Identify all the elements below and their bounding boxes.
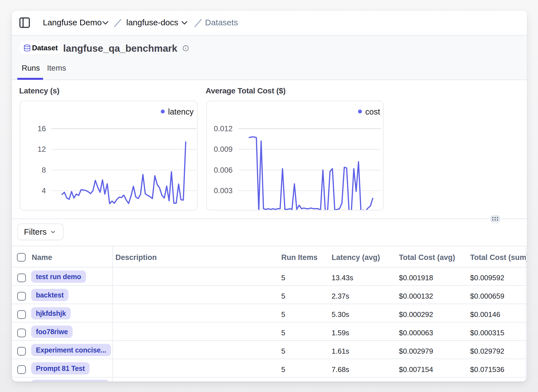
svg-text:cost: cost — [365, 107, 380, 116]
svg-text:0.009: 0.009 — [214, 145, 233, 153]
svg-text:0.012: 0.012 — [214, 125, 233, 133]
svg-text:4: 4 — [42, 187, 46, 195]
svg-text:12: 12 — [38, 145, 46, 153]
svg-text:8: 8 — [42, 166, 46, 174]
svg-text:0.006: 0.006 — [214, 166, 233, 174]
svg-text:latency: latency — [168, 107, 194, 116]
svg-text:16: 16 — [38, 125, 46, 133]
svg-text:0.003: 0.003 — [214, 187, 233, 195]
